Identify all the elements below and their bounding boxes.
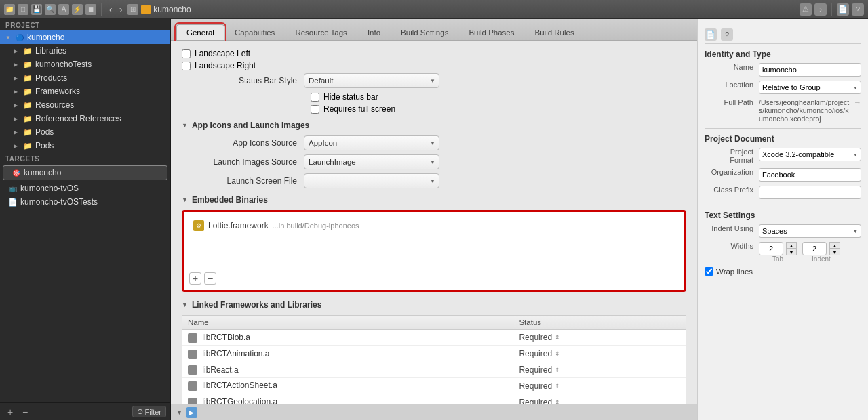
sidebar-item-kumoncho-root[interactable]: ▼ 🔵 kumoncho <box>0 30 170 44</box>
rp-indent-row: Indent Using Spaces Tabs <box>705 224 861 238</box>
launch-images-control: LaunchImage <box>304 154 686 169</box>
landscape-left-checkbox[interactable] <box>182 49 191 58</box>
tab-capabilities[interactable]: Capabilities <box>224 24 285 40</box>
tab-bar: General Capabilities Resource Tags Info … <box>171 19 697 41</box>
doc-icon[interactable]: 📄 <box>837 3 849 16</box>
tab-resource-tags[interactable]: Resource Tags <box>285 24 357 40</box>
tab-info[interactable]: Info <box>357 24 391 40</box>
sidebar-item-frameworks[interactable]: ▶ 📁 Frameworks <box>0 85 170 98</box>
sidebar-item-pods-2[interactable]: ▶ 📁 Pods <box>0 139 170 152</box>
sidebar-item-kumoncho-tvos[interactable]: 📺 kumoncho-tvOS <box>0 182 170 195</box>
rp-classprefix-input[interactable] <box>759 186 861 199</box>
back-button[interactable]: ‹ <box>106 4 115 15</box>
toolbar-icon-6[interactable]: ⚡ <box>72 4 83 15</box>
tab-build-rules[interactable]: Build Rules <box>525 24 585 40</box>
rp-name-input[interactable] <box>759 63 861 77</box>
filter-button[interactable]: ⊙ Filter <box>132 406 166 417</box>
sidebar-item-resources[interactable]: ▶ 📁 Resources <box>0 98 170 112</box>
lib-icon-2 <box>188 350 197 359</box>
sidebar-item-label-referenced: Referenced References <box>35 114 121 123</box>
folder-icon-frameworks: 📁 <box>23 87 33 96</box>
app-icons-triangle[interactable]: ▼ <box>182 122 188 129</box>
lib-icon-1 <box>188 333 197 343</box>
folder-icon-resources: 📁 <box>23 100 33 110</box>
status-bar-label: Status Bar Style <box>182 76 304 85</box>
folder-icon-libraries: 📁 <box>23 46 33 56</box>
rp-doc-icon[interactable]: 📄 <box>705 28 717 41</box>
table-row[interactable]: libRCTBlob.a Required ⇕ <box>182 330 686 346</box>
sidebar-item-pods-1[interactable]: ▶ 📁 Pods <box>0 125 170 139</box>
sidebar-item-libraries[interactable]: ▶ 📁 Libraries <box>0 44 170 58</box>
project-section-label: PROJECT <box>0 19 170 30</box>
indent-stepper-buttons: ▲ ▼ <box>829 242 840 255</box>
tab-build-phases[interactable]: Build Phases <box>458 24 524 40</box>
status-chevron-5: ⇕ <box>555 399 560 404</box>
landscape-left-label: Landscape Left <box>195 49 250 58</box>
tab-general[interactable]: General <box>176 24 224 40</box>
toolbar-icon-7[interactable]: ◼ <box>85 4 96 15</box>
wrap-lines-checkbox[interactable] <box>705 267 713 276</box>
bottom-triangle[interactable]: ▼ <box>176 409 182 416</box>
toolbar-icon-5[interactable]: A <box>58 4 69 15</box>
sidebar-item-label-kumoncho: kumoncho <box>27 33 64 42</box>
launch-screen-select[interactable] <box>304 173 439 188</box>
triangle-libraries: ▶ <box>14 48 20 54</box>
lottie-framework-row[interactable]: ⚙ Lottie.framework ...in build/Debug-iph… <box>189 217 679 234</box>
linked-triangle[interactable]: ▼ <box>182 301 188 308</box>
toolbar-file-icon[interactable]: 📁 <box>4 4 15 15</box>
sidebar-item-referenced[interactable]: ▶ 📁 Referenced References <box>0 112 170 125</box>
embedded-add-button[interactable]: + <box>189 272 201 285</box>
status-bar-row: Status Bar Style Default <box>182 73 686 88</box>
rp-format-label: Project Format <box>705 148 759 164</box>
toolbar-icon-3[interactable]: 💾 <box>31 4 42 15</box>
rp-org-input[interactable] <box>759 168 861 182</box>
toolbar-icon-4[interactable]: 🔍 <box>45 4 56 15</box>
lib-status-5: Required ⇕ <box>513 394 686 404</box>
table-row[interactable]: libRCTGeolocation.a Required ⇕ <box>182 394 686 404</box>
rp-tab-stepper: ▲ ▼ Tab <box>759 242 797 263</box>
sidebar-add-button[interactable]: + <box>4 406 16 418</box>
landscape-left-row: Landscape Left <box>182 49 686 58</box>
sidebar-item-kumoncho-tests[interactable]: ▶ 📁 kumonchoTests <box>0 58 170 71</box>
table-row[interactable]: libRCTActionSheet.a Required ⇕ <box>182 378 686 394</box>
rp-location-select[interactable]: Relative to Group Absolute Path <box>759 81 861 94</box>
app-icons-source-select[interactable]: AppIcon <box>304 135 439 150</box>
forward-button[interactable]: › <box>117 4 125 15</box>
embedded-remove-button[interactable]: − <box>204 272 216 285</box>
help-icon[interactable]: ? <box>852 3 864 16</box>
toolbar-icon-2[interactable]: □ <box>18 4 28 15</box>
launch-images-select[interactable]: LaunchImage <box>304 154 439 169</box>
wrap-lines-label: Wrap lines <box>716 268 753 276</box>
requires-fullscreen-checkbox[interactable] <box>311 105 319 114</box>
breadcrumb-text: kumoncho <box>153 5 191 14</box>
table-row[interactable]: libReact.a Required ⇕ <box>182 362 686 378</box>
tab-increment[interactable]: ▲ <box>786 242 797 249</box>
target-selected-group: 🎯 kumoncho <box>3 165 167 180</box>
rp-org-row: Organization <box>705 168 861 182</box>
nav-right-icon[interactable]: › <box>814 3 827 16</box>
bottom-play-icon[interactable]: ▶ <box>186 407 197 418</box>
indent-width-input[interactable] <box>802 242 827 255</box>
indent-increment[interactable]: ▲ <box>829 242 840 249</box>
rp-format-select[interactable]: Xcode 3.2-compatible <box>759 148 861 161</box>
tab-width-input[interactable] <box>759 242 783 255</box>
toolbar-sep-2 <box>831 3 832 16</box>
triangle-resources: ▶ <box>14 102 20 108</box>
sidebar-item-products[interactable]: ▶ 📁 Products <box>0 71 170 85</box>
indent-width-stepper: ▲ ▼ <box>802 242 840 255</box>
indent-decrement[interactable]: ▼ <box>829 249 840 255</box>
embedded-triangle[interactable]: ▼ <box>182 196 188 203</box>
table-row[interactable]: libRCTAnimation.a Required ⇕ <box>182 345 686 362</box>
rp-help-icon[interactable]: ? <box>721 28 733 41</box>
status-bar-select[interactable]: Default <box>304 73 439 88</box>
sidebar-remove-button[interactable]: − <box>19 406 31 418</box>
tab-build-settings[interactable]: Build Settings <box>391 24 458 40</box>
grid-icon[interactable]: ⊞ <box>127 4 138 15</box>
folder-icon-pods2: 📁 <box>23 141 33 150</box>
rp-indent-select[interactable]: Spaces Tabs <box>759 224 861 238</box>
landscape-right-checkbox[interactable] <box>182 62 191 70</box>
tab-decrement[interactable]: ▼ <box>786 249 797 255</box>
hide-status-bar-checkbox[interactable] <box>311 93 319 102</box>
sidebar-item-kumoncho-tvostests[interactable]: 📄 kumoncho-tvOSTests <box>0 195 170 209</box>
sidebar-item-kumoncho-target[interactable]: 🎯 kumoncho <box>3 166 167 180</box>
